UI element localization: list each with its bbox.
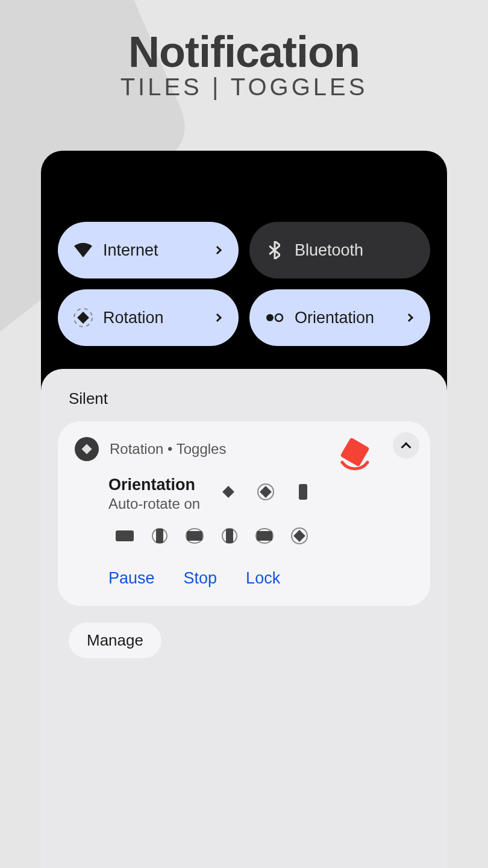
landscape-arc2-icon[interactable] xyxy=(254,526,275,546)
quick-tiles-container: Internet Bluetooth Rotation xyxy=(41,151,447,346)
lock-action[interactable]: Lock xyxy=(246,569,280,588)
tile-label: Bluetooth xyxy=(295,241,363,260)
portrait-icon[interactable] xyxy=(293,482,313,502)
svg-point-2 xyxy=(266,314,274,321)
svg-rect-5 xyxy=(340,437,369,467)
notification-content: Orientation Auto-rotate on xyxy=(108,476,413,512)
svg-rect-7 xyxy=(260,486,272,498)
header-subtitle: TILES | TOGGLES xyxy=(0,74,488,101)
pause-action[interactable]: Pause xyxy=(108,569,155,588)
wifi-icon xyxy=(74,241,93,260)
page-header: Notification TILES | TOGGLES xyxy=(0,0,488,101)
manage-button[interactable]: Manage xyxy=(69,623,161,658)
svg-rect-1 xyxy=(77,312,89,324)
notification-text: Orientation Auto-rotate on xyxy=(108,476,200,512)
landscape-icon[interactable] xyxy=(114,526,135,546)
orientation-icons-row xyxy=(218,482,313,502)
notification-title: Orientation xyxy=(108,476,200,494)
collapse-button[interactable] xyxy=(393,432,419,459)
tile-rotation[interactable]: Rotation xyxy=(58,289,239,346)
device-frame: Internet Bluetooth Rotation xyxy=(41,151,447,868)
notification-subtitle: Auto-rotate on xyxy=(108,495,200,512)
tile-bluetooth[interactable]: Bluetooth xyxy=(249,222,430,278)
tile-orientation[interactable]: Orientation xyxy=(249,289,430,346)
chevron-right-icon xyxy=(213,313,222,322)
diamond-arc2-icon[interactable] xyxy=(289,526,310,546)
tile-label: Orientation xyxy=(295,309,374,327)
tile-label: Rotation xyxy=(103,309,164,327)
header-title: Notification xyxy=(0,27,488,77)
chevron-right-icon xyxy=(213,246,222,254)
section-label-silent: Silent xyxy=(69,389,430,408)
notification-card[interactable]: Rotation • Toggles Orientation Auto-rota… xyxy=(58,421,430,606)
app-icon xyxy=(75,437,99,461)
svg-rect-14 xyxy=(293,530,305,542)
svg-rect-10 xyxy=(156,529,163,543)
svg-rect-11 xyxy=(187,531,202,541)
diamond-arc-icon[interactable] xyxy=(255,482,276,502)
rotation-icon xyxy=(74,308,93,327)
notification-large-icon xyxy=(334,433,376,476)
landscape-arc-icon[interactable] xyxy=(184,526,205,546)
bluetooth-icon xyxy=(265,241,284,260)
tile-internet[interactable]: Internet xyxy=(58,222,239,278)
svg-rect-6 xyxy=(222,486,234,498)
svg-rect-12 xyxy=(226,529,233,543)
orientation-icons-row2 xyxy=(114,526,413,546)
chevron-right-icon xyxy=(405,313,413,322)
notification-actions: Pause Stop Lock xyxy=(108,569,413,588)
orientation-icon xyxy=(265,308,284,327)
svg-point-3 xyxy=(275,314,283,321)
notifications-panel: Silent Rotation • Toggles xyxy=(41,369,447,868)
diamond-icon[interactable] xyxy=(218,482,239,502)
stop-action[interactable]: Stop xyxy=(184,569,217,588)
svg-rect-8 xyxy=(299,484,307,500)
portrait-arc-icon[interactable] xyxy=(149,526,170,546)
portrait-arc2-icon[interactable] xyxy=(219,526,240,546)
app-name-label: Rotation • Toggles xyxy=(110,441,226,458)
svg-rect-13 xyxy=(257,531,272,541)
tile-label: Internet xyxy=(103,241,158,260)
svg-rect-4 xyxy=(82,444,92,454)
chevron-up-icon xyxy=(401,442,411,452)
svg-rect-9 xyxy=(116,530,134,541)
